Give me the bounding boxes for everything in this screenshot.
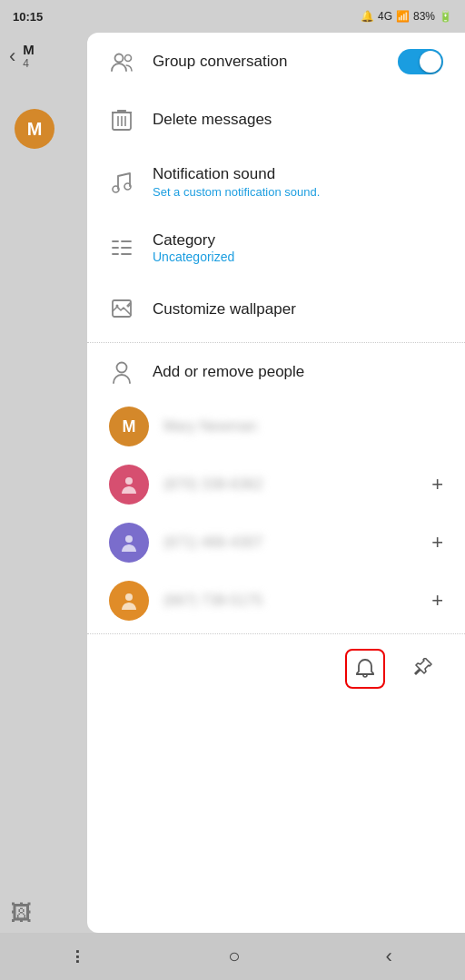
battery-icon: 🔋	[439, 10, 452, 23]
group-icon	[109, 49, 134, 74]
status-icons: 🔔 4G 📶 83% 🔋	[361, 10, 452, 23]
people-list: MMary Newman (870) 338-6362+ (671) 466-4…	[87, 397, 465, 630]
svg-point-1	[125, 55, 132, 62]
back-icon: ‹	[386, 945, 392, 967]
add-person-button[interactable]: +	[431, 473, 443, 496]
person-avatar	[109, 581, 149, 621]
notification-sound-item[interactable]: Notification sound Set a custom notifica…	[87, 149, 465, 215]
delete-messages-item[interactable]: Delete messages	[87, 91, 465, 149]
customize-wallpaper-text: Customize wallpaper	[153, 300, 443, 318]
media-icon: 🖼	[11, 900, 33, 926]
add-person-button[interactable]: +	[431, 531, 443, 554]
status-time: 10:15	[13, 10, 43, 24]
toggle-thumb	[420, 51, 441, 73]
back-arrow-icon[interactable]: ‹	[9, 44, 15, 68]
svg-point-16	[116, 305, 119, 308]
chat-header: ‹ M 4	[0, 33, 91, 79]
person-name: (671) 466-4307	[163, 534, 417, 551]
notifications-button[interactable]	[345, 649, 385, 689]
chat-name: M	[23, 42, 35, 57]
avatar-initial: M	[27, 119, 43, 140]
category-text: Category Uncategorized	[153, 231, 443, 264]
notification-sound-sublabel: Set a custom notification sound.	[153, 185, 443, 199]
divider-1	[87, 342, 465, 343]
category-sublabel: Uncategorized	[153, 250, 443, 264]
status-bar: 10:15 🔔 4G 📶 83% 🔋	[0, 0, 465, 33]
notification-sound-text: Notification sound Set a custom notifica…	[153, 165, 443, 199]
person-item[interactable]: (667) 738-5175+	[87, 572, 465, 630]
svg-point-0	[115, 54, 124, 63]
person-item[interactable]: (671) 466-4307+	[87, 514, 465, 572]
add-person-button[interactable]: +	[431, 589, 443, 612]
person-name: (667) 738-5175	[163, 593, 417, 609]
signal-icon: 4G	[378, 10, 392, 23]
nav-menu-button[interactable]: ⫶	[73, 945, 83, 968]
category-item[interactable]: Category Uncategorized	[87, 215, 465, 280]
customize-wallpaper-label: Customize wallpaper	[153, 300, 443, 318]
wallpaper-icon	[109, 297, 134, 322]
group-conversation-text: Group conversation	[153, 53, 380, 71]
add-remove-people-header[interactable]: Add or remove people	[87, 347, 465, 397]
group-conversation-label: Group conversation	[153, 53, 380, 71]
delete-messages-text: Delete messages	[153, 111, 443, 129]
group-conversation-item[interactable]: Group conversation	[87, 33, 465, 91]
person-icon	[109, 359, 134, 385]
bottom-nav-bar: ⫶ ○ ‹	[0, 933, 465, 980]
delete-messages-label: Delete messages	[153, 111, 443, 129]
nav-back-button[interactable]: ‹	[386, 945, 392, 968]
person-avatar	[109, 465, 149, 505]
person-item[interactable]: (870) 338-6362+	[87, 456, 465, 514]
add-remove-people-label: Add or remove people	[153, 363, 304, 381]
category-label: Category	[153, 231, 443, 250]
trash-icon	[109, 107, 134, 132]
chat-header-info: M 4	[23, 42, 35, 70]
wifi-icon: 📶	[396, 10, 410, 23]
menu-icon: ⫶	[73, 945, 83, 967]
music-note-icon	[109, 170, 134, 195]
contact-avatar: M	[15, 109, 54, 149]
bottom-action-bar	[87, 638, 465, 700]
nav-home-button[interactable]: ○	[228, 945, 240, 968]
divider-2	[87, 633, 465, 634]
category-icon	[109, 235, 134, 260]
group-conversation-toggle[interactable]	[398, 49, 443, 74]
customize-wallpaper-item[interactable]: Customize wallpaper	[87, 280, 465, 338]
person-item[interactable]: MMary Newman	[87, 397, 465, 456]
svg-point-20	[125, 593, 133, 601]
pin-button[interactable]	[403, 649, 443, 689]
chat-subtitle: 4	[23, 57, 35, 70]
person-avatar: M	[109, 407, 149, 446]
notification-sound-label: Notification sound	[153, 165, 443, 183]
svg-point-19	[125, 535, 133, 543]
person-name: Mary Newman	[163, 418, 443, 435]
svg-point-17	[117, 363, 127, 373]
svg-point-18	[125, 477, 133, 485]
settings-drawer: Group conversation Delete messages	[87, 33, 465, 933]
battery-label: 83%	[413, 10, 435, 23]
alarm-icon: 🔔	[361, 10, 374, 23]
person-name: (870) 338-6362	[163, 476, 417, 493]
home-icon: ○	[228, 945, 240, 967]
person-avatar	[109, 523, 149, 563]
